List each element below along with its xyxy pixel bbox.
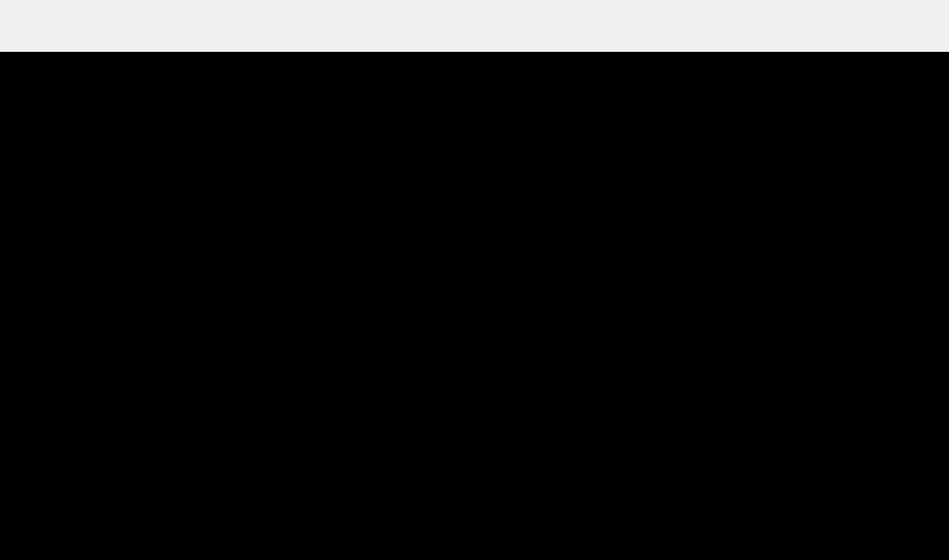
toolbar-row-3 <box>0 33 949 52</box>
toolbar-row-1 <box>0 0 949 15</box>
drawing-canvas[interactable] <box>0 52 949 560</box>
toolbar-row-2 <box>0 15 949 34</box>
